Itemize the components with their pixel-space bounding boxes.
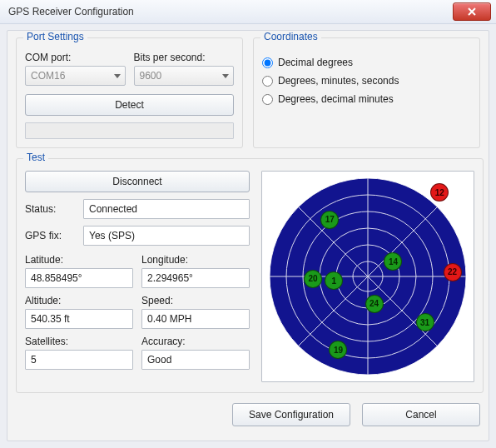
baud-label: Bits per second: <box>134 52 235 63</box>
satellite-14: 14 <box>384 252 402 271</box>
speed-label: Speed: <box>141 295 250 306</box>
test-legend: Test <box>23 152 48 163</box>
status-value: Connected <box>83 199 250 219</box>
port-settings-legend: Port Settings <box>23 31 87 42</box>
lat-label: Latitude: <box>25 254 133 266</box>
window-title: GPS Receiver Configuration <box>8 6 134 17</box>
satellite-12: 12 <box>430 183 449 202</box>
baud-value: 9600 <box>140 70 162 82</box>
port-settings-group: Port Settings COM port: COM16 Bits per s… <box>16 37 243 148</box>
coord-radio-dms[interactable]: Degrees, minutes, seconds <box>262 75 471 87</box>
title-bar: GPS Receiver Configuration <box>0 0 496 24</box>
lon-label: Longitude: <box>141 254 250 266</box>
satellite-20: 20 <box>304 270 322 288</box>
com-port-combo[interactable]: COM16 <box>25 66 126 86</box>
cancel-button[interactable]: Cancel <box>362 403 480 426</box>
baud-combo[interactable]: 9600 <box>134 66 235 86</box>
gpsfix-value: Yes (SPS) <box>83 226 250 246</box>
speed-field[interactable]: 0.40 MPH <box>141 309 250 329</box>
disconnect-button[interactable]: Disconnect <box>25 171 250 192</box>
dialog-body: Port Settings COM port: COM16 Bits per s… <box>7 30 489 441</box>
lon-field[interactable]: 2.294965° <box>141 268 250 288</box>
status-label: Status: <box>25 203 77 215</box>
gpsfix-label: GPS fix: <box>25 230 77 241</box>
acc-label: Accuracy: <box>141 336 250 347</box>
sats-field[interactable]: 5 <box>25 350 133 370</box>
com-port-value: COM16 <box>31 70 65 82</box>
satellite-31: 31 <box>416 313 434 331</box>
detect-progress <box>25 122 234 139</box>
sky-plot: 12171422201243119 <box>261 171 474 382</box>
close-icon <box>467 7 477 16</box>
detect-button[interactable]: Detect <box>25 94 234 116</box>
acc-field[interactable]: Good <box>141 350 250 370</box>
satellite-17: 17 <box>320 211 339 229</box>
test-group: Test Disconnect Status: Connected GPS fi… <box>16 158 484 393</box>
alt-label: Altitude: <box>25 295 133 306</box>
coord-radio-ddm[interactable]: Degrees, decimal minutes <box>262 93 471 105</box>
sats-label: Satellites: <box>25 336 133 347</box>
coord-radio-decimal-degrees[interactable]: Decimal degrees <box>262 57 471 68</box>
satellite-1: 1 <box>325 271 343 290</box>
sky-plot-svg <box>262 172 474 381</box>
satellite-19: 19 <box>329 341 347 359</box>
coordinates-legend: Coordinates <box>260 31 321 42</box>
com-port-label: COM port: <box>25 52 126 63</box>
chevron-down-icon <box>222 70 229 82</box>
close-button[interactable] <box>453 2 491 21</box>
chevron-down-icon <box>114 70 121 82</box>
satellite-22: 22 <box>444 263 462 281</box>
satellite-24: 24 <box>365 295 384 313</box>
alt-field[interactable]: 540.35 ft <box>25 309 133 329</box>
coordinates-group: Coordinates Decimal degrees Degrees, min… <box>253 37 480 148</box>
save-configuration-button[interactable]: Save Configuration <box>232 403 350 426</box>
lat-field[interactable]: 48.858495° <box>25 268 133 288</box>
